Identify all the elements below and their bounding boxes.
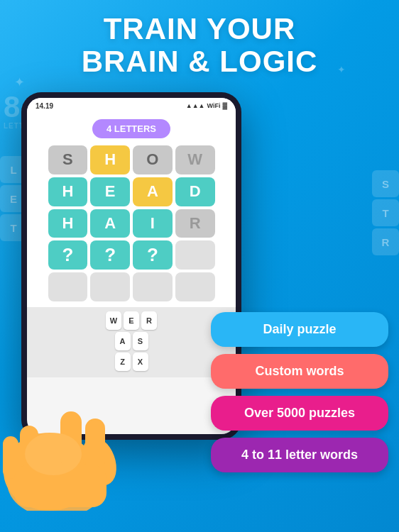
- right-tile-s: S: [372, 170, 399, 197]
- right-tile-r: R: [372, 228, 399, 255]
- feature-letter-words[interactable]: 4 to 11 letter words: [211, 438, 388, 472]
- cell-4-1: [90, 272, 130, 301]
- cell-0-1[interactable]: H: [90, 145, 130, 174]
- cell-3-0[interactable]: ?: [48, 240, 88, 270]
- feature-daily-puzzle[interactable]: Daily puzzle: [211, 312, 388, 347]
- status-icons: ▲▲▲ WiFi ▓: [186, 102, 227, 109]
- main-title: TRAIN YOUR BRAIN & LOGIC: [0, 13, 399, 78]
- keyboard-row-2: A S: [30, 332, 233, 350]
- keyboard: W E R A S Z X: [27, 307, 236, 377]
- word-grid: S H O W H E A D H A I R ? ? ?: [48, 145, 215, 301]
- cell-0-2[interactable]: O: [133, 145, 173, 174]
- key-w[interactable]: W: [106, 311, 121, 330]
- status-bar: 14.19 ▲▲▲ WiFi ▓: [27, 98, 236, 113]
- cell-3-3: [175, 240, 215, 270]
- cell-3-2[interactable]: ?: [133, 240, 173, 270]
- hand-illustration: [0, 369, 135, 511]
- cell-1-0[interactable]: H: [48, 177, 88, 206]
- cell-4-2: [133, 272, 173, 301]
- key-r[interactable]: R: [141, 311, 157, 330]
- svg-point-8: [25, 433, 82, 475]
- letters-badge: 4 LETTERS: [92, 119, 170, 138]
- cell-1-2[interactable]: A: [133, 177, 173, 206]
- hand-svg: [0, 369, 135, 511]
- cell-1-3[interactable]: D: [175, 177, 215, 206]
- cell-3-1[interactable]: ?: [90, 240, 130, 270]
- right-side-tiles: S T R: [372, 170, 399, 255]
- cell-2-1[interactable]: A: [90, 209, 130, 238]
- title-line1: TRAIN YOUR: [104, 12, 296, 45]
- cell-4-0: [48, 272, 88, 301]
- cell-1-1[interactable]: E: [90, 177, 130, 206]
- keyboard-row-1: W E R: [30, 311, 233, 330]
- feature-custom-words[interactable]: Custom words: [211, 354, 388, 389]
- status-time: 14.19: [35, 102, 53, 110]
- key-e[interactable]: E: [124, 311, 139, 330]
- game-area: 4 LETTERS S H O W H E A D H A I R ? ?: [27, 113, 236, 307]
- right-tile-t: T: [372, 199, 399, 226]
- cell-0-0[interactable]: S: [48, 145, 88, 174]
- title-line2: BRAIN & LOGIC: [82, 45, 318, 78]
- battery-icon: ▓: [222, 102, 227, 109]
- features-panel: Daily puzzle Custom words Over 5000 puzz…: [211, 312, 399, 472]
- cell-2-0[interactable]: H: [48, 209, 88, 238]
- signal-icon: ▲▲▲: [186, 102, 205, 109]
- wifi-icon: WiFi: [207, 102, 221, 109]
- key-a[interactable]: A: [115, 332, 131, 350]
- svg-rect-4: [85, 419, 105, 472]
- cell-2-2[interactable]: I: [133, 209, 173, 238]
- cell-0-3[interactable]: W: [175, 145, 215, 174]
- feature-5000-puzzles[interactable]: Over 5000 puzzles: [211, 396, 388, 431]
- cell-4-3: [175, 272, 215, 301]
- cell-2-3[interactable]: R: [175, 209, 215, 238]
- key-s[interactable]: S: [133, 332, 148, 350]
